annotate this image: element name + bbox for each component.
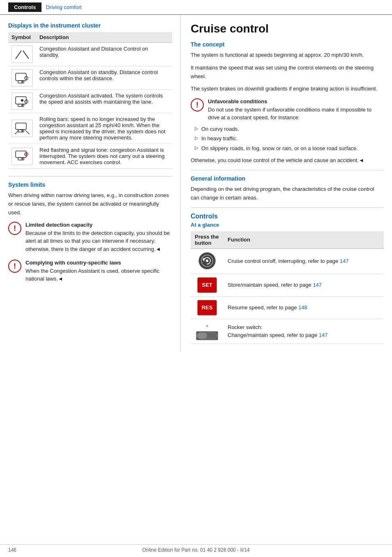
list-item-1: On curvy roads. (195, 125, 384, 133)
svg-line-0 (16, 51, 21, 59)
svg-point-9 (21, 104, 23, 106)
warning-text-1: Limited detection capacity Because of th… (25, 221, 172, 253)
warning-body-2: When the Congestion Assistant is used, o… (25, 268, 159, 282)
warning-text-2: Complying with country-specific laws Whe… (25, 259, 172, 283)
table-desc-5: Red flashing and signal tone: congestion… (36, 144, 172, 169)
displays-heading: Displays in the instrument cluster (8, 22, 172, 29)
svg-point-20 (26, 153, 27, 155)
concept-p2: It maintains the speed that was set usin… (191, 64, 384, 81)
svg-line-15 (25, 130, 30, 134)
btn-cell-1 (191, 248, 224, 274)
page-link-3[interactable]: 148 (298, 304, 307, 311)
controls-heading: Controls (191, 213, 384, 220)
ataglance-func-3: Resume speed, refer to page 148 (224, 297, 384, 319)
warning-body-conditions: Do not use the system if unfavorable con… (208, 107, 371, 121)
table-row: Congestion Assistant and Distance Contro… (8, 43, 172, 66)
svg-rect-2 (16, 73, 26, 81)
table-desc-4: Rolling bars: speed is no longer increas… (36, 113, 172, 144)
warning-body-1: Because of the limits to the detection c… (25, 230, 170, 252)
divider-right-1 (191, 170, 384, 170)
general-info-text: Depending on the set driving program, th… (191, 185, 384, 202)
system-limits-heading: System limits (8, 181, 172, 188)
conditions-list: On curvy roads. In heavy traffic. On sli… (195, 125, 384, 153)
svg-point-23 (206, 260, 208, 262)
table-header-description: Description (36, 32, 172, 43)
table-row: SET Store/maintain speed, refer to page … (191, 274, 384, 297)
warning-title-2: Complying with country-specific laws (25, 260, 121, 266)
symbol-cell (8, 113, 36, 144)
svg-line-1 (23, 51, 29, 59)
symbol-cell (8, 90, 36, 113)
cluster-icon-3 (12, 93, 33, 110)
cruise-title: Cruise control (191, 22, 384, 35)
btn-cell-3: RES (191, 297, 224, 319)
warning-end: Otherwise, you could lose control of the… (191, 156, 384, 165)
warning-icon-1: ! (8, 222, 21, 235)
symbol-cell (8, 66, 36, 90)
ataglance-func-2: Store/maintain speed, refer to page 147 (224, 274, 384, 297)
set-button-icon: SET (197, 277, 217, 293)
warning-title-1: Limited detection capacity (25, 222, 92, 228)
cluster-icon-5 (12, 148, 33, 165)
ataglance-col2: Function (224, 231, 384, 249)
svg-point-22 (203, 258, 205, 260)
cluster-icon-2 (12, 69, 33, 86)
at-a-glance-heading: At a glance (191, 222, 384, 228)
warning-icon-2: ! (8, 260, 21, 273)
right-column: Cruise control The concept The system is… (181, 15, 392, 352)
svg-rect-25 (197, 333, 207, 339)
list-item-2: In heavy traffic. (195, 135, 384, 143)
table-row: + Rocker switch: Change/maintain speed, (191, 319, 384, 344)
footer: Online Edition for Part no. 01 40 2 928 … (0, 544, 392, 553)
warning-block-conditions: ! Unfavorable conditions Do not use the … (191, 97, 384, 122)
general-info-heading: General information (191, 175, 384, 182)
svg-point-13 (21, 130, 23, 132)
res-button-icon: RES (197, 300, 217, 316)
left-column: Displays in the instrument cluster Symbo… (0, 15, 181, 352)
table-desc-2: Congestion Assistant on standby. Distanc… (36, 66, 172, 90)
svg-point-18 (21, 158, 23, 160)
symbol-cell (8, 43, 36, 66)
page-link-1[interactable]: 147 (340, 258, 349, 264)
symbol-table: Symbol Description Congesti (8, 32, 172, 169)
table-row: Congestion Assistant activated. The syst… (8, 90, 172, 113)
table-row: RES Resume speed, refer to page 148 (191, 297, 384, 319)
svg-point-5 (21, 81, 23, 83)
table-desc-1: Congestion Assistant and Distance Contro… (36, 43, 172, 66)
page-link-2[interactable]: 147 (313, 282, 322, 288)
rocker-switch-icon (196, 331, 218, 340)
divider-1 (8, 176, 172, 176)
cluster-icon-4 (12, 120, 33, 137)
page-link-4[interactable]: 147 (319, 332, 328, 338)
symbol-cell (8, 144, 36, 169)
table-header-symbol: Symbol (8, 32, 36, 43)
svg-line-14 (15, 130, 19, 134)
list-item-3: On slippery roads, in fog, snow or rain,… (195, 144, 384, 153)
header-controls-label: Controls (8, 2, 42, 12)
main-layout: Displays in the instrument cluster Symbo… (0, 15, 392, 352)
table-row: Cruise control on/off, interrupting, ref… (191, 248, 384, 274)
warning-block-2: ! Complying with country-specific laws W… (8, 259, 172, 283)
table-row: Rolling bars: speed is no longer increas… (8, 113, 172, 144)
warning-block-1: ! Limited detection capacity Because of … (8, 221, 172, 253)
svg-rect-11 (16, 123, 26, 130)
warning-icon-conditions: ! (191, 98, 204, 111)
cluster-icon-1 (12, 46, 33, 63)
concept-p3: The system brakes on downhill gradients … (191, 85, 384, 93)
svg-point-10 (21, 99, 23, 102)
divider-right-2 (191, 207, 384, 208)
warning-text-conditions: Unfavorable conditions Do not use the sy… (208, 97, 384, 122)
ataglance-func-1: Cruise control on/off, interrupting, ref… (224, 248, 384, 274)
btn-cell-2: SET (191, 274, 224, 297)
table-desc-3: Congestion Assistant activated. The syst… (36, 90, 172, 113)
warning-title-conditions: Unfavorable conditions (208, 98, 267, 104)
concept-p1: The system is functional at speeds begin… (191, 51, 384, 60)
concept-heading: The concept (191, 41, 384, 48)
header-driving-label: Driving comfort (46, 4, 81, 10)
at-a-glance-table: Press thebutton Function (191, 231, 384, 344)
table-row: Congestion Assistant on standby. Distanc… (8, 66, 172, 90)
page-header: Controls Driving comfort (0, 0, 392, 15)
cruise-control-button-icon (198, 252, 216, 269)
system-limits-text: When driving within narrow driving lanes… (8, 191, 172, 217)
rocker-plus-label: + (206, 323, 208, 330)
